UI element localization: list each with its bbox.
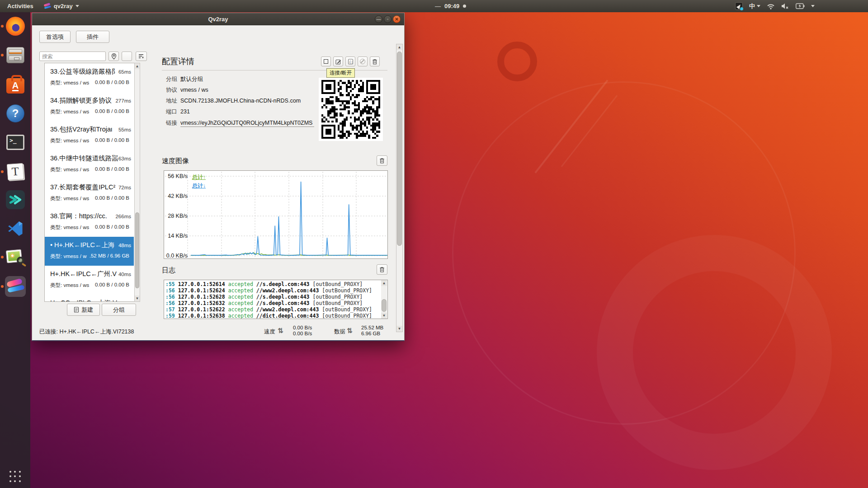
window-titlebar[interactable]: Qv2ray — ▫ ✕: [32, 13, 404, 25]
server-list-item[interactable]: 35.包括V2ray和Trojaι55ms类型: vmess / ws0.00 …: [45, 121, 134, 150]
ime-menu[interactable]: 中: [749, 2, 760, 10]
dock-item-screenshot-tool[interactable]: [5, 247, 26, 267]
running-indicator-dot: [1, 256, 4, 258]
edit-json-button[interactable]: {;}: [345, 56, 355, 66]
main-scrollbar[interactable]: ▲ ▼: [396, 44, 403, 332]
log-scrollbar[interactable]: ▲ ▼: [381, 280, 387, 319]
delete-config-button[interactable]: [370, 56, 380, 66]
server-ping: 72ms: [118, 185, 131, 190]
running-indicator-dot: [1, 170, 4, 173]
server-list-item[interactable]: 36.中继中转隧道线路噐63ms类型: vmess / ws0.00 B / 0…: [45, 150, 134, 179]
config-details-title: 配置详情: [162, 56, 194, 67]
speed-down-value: 0.00 B/s: [293, 331, 312, 337]
server-list-item[interactable]: 38.官网：https://cc.266ms类型: vmess / ws0.00…: [45, 208, 134, 237]
ubuntu-software-icon: A: [6, 78, 24, 94]
tab-plugins[interactable]: 插件: [76, 31, 109, 43]
log-title: 日志: [162, 266, 175, 275]
scrollbar-thumb[interactable]: [382, 299, 387, 312]
system-menu-chevron-icon[interactable]: [811, 5, 815, 7]
scroll-up-arrow-icon[interactable]: ▲: [396, 44, 402, 50]
edit-config-button[interactable]: [333, 56, 343, 66]
config-field-2: 协议vmess / ws: [166, 86, 208, 94]
dock-item-vscode[interactable]: [5, 218, 26, 239]
clear-graph-button[interactable]: [377, 155, 387, 166]
scroll-down-arrow-icon[interactable]: ▼: [135, 296, 140, 301]
wallpaper-ring-decoration: [497, 42, 537, 81]
field-value: 默认分组: [180, 75, 203, 83]
show-applications-button[interactable]: [9, 471, 21, 483]
maximize-button[interactable]: ▫: [384, 15, 392, 23]
connect-disconnect-tooltip: 连接/断开: [326, 68, 355, 78]
dock-item-text-editor[interactable]: T: [5, 161, 26, 182]
dock: A?>_T: [0, 12, 30, 488]
app-menu[interactable]: qv2ray: [43, 3, 79, 9]
window-title: Qv2ray: [208, 16, 228, 23]
server-data-usage: 0.00 B / 0.00 B: [95, 224, 129, 231]
sort-descending-icon: [138, 53, 145, 59]
server-list-item[interactable]: 34.捐贈解锁更多协议277ms类型: vmess / ws0.00 B / 0…: [45, 92, 134, 121]
teal-arrows-app-icon: [6, 190, 25, 209]
activities-button[interactable]: Activities: [7, 3, 33, 9]
dock-item-ubuntu-software[interactable]: A: [5, 74, 26, 95]
dock-item-terminal[interactable]: >_: [5, 132, 26, 153]
screenshot-tool-icon: [6, 249, 24, 265]
chevron-down-icon: [757, 5, 760, 7]
log-output[interactable]: :55 127.0.0.1:52614 accepted //s.deepl.c…: [164, 280, 388, 319]
scroll-up-arrow-icon[interactable]: ▲: [135, 63, 140, 69]
dock-item-help[interactable]: ?: [5, 103, 26, 124]
field-value: 231: [180, 108, 190, 115]
clear-log-button[interactable]: [377, 264, 387, 275]
json-braces-icon: {;}: [348, 59, 354, 65]
server-list-item[interactable]: H+.HK←IPLC←广州.V40ms类型: vmess / ws0.00 B …: [45, 266, 134, 295]
clock-menu[interactable]: — 09:49: [435, 0, 466, 12]
field-value: SCDN.72138.JMOFLH.China-nCDN-nRDS.com: [180, 98, 301, 104]
log-line: :59 127.0.0.1:52638 accepted //dict.deep…: [165, 313, 387, 319]
stop-square-icon: [324, 59, 328, 64]
new-server-button[interactable]: 新建: [67, 304, 100, 316]
minimize-button[interactable]: —: [375, 15, 382, 23]
scrollbar-thumb[interactable]: [397, 52, 402, 246]
server-type: 类型: vmess / ws: [50, 108, 89, 115]
connect-disconnect-button[interactable]: [321, 56, 331, 66]
server-ping: 48ms: [118, 243, 131, 248]
scrollbar-thumb[interactable]: [135, 212, 139, 288]
config-field-5: 链接vmess://eyJhZGQiOiJTQ0ROLjcyMTM4LkpNT0…: [166, 119, 314, 127]
dock-item-teal-arrows-app[interactable]: [5, 189, 26, 210]
server-list-item[interactable]: H+.CC←IPLC←上海.V: [45, 295, 134, 302]
server-list-item[interactable]: 37.长期套餐覆盖IPLC²72ms类型: vmess / ws0.00 B /…: [45, 179, 134, 208]
blank-button[interactable]: [122, 52, 132, 61]
notification-dot-icon: [463, 5, 466, 8]
dock-item-firefox[interactable]: [5, 16, 26, 37]
legend-item-upload[interactable]: 总计↓: [192, 182, 206, 190]
server-type: 类型: vmess / ws: [50, 166, 89, 173]
share-link-field[interactable]: vmess://eyJhZGQiOiJTQ0ROLjcyMTM4LkpNT0ZM…: [180, 120, 314, 127]
close-button[interactable]: ✕: [393, 15, 401, 23]
forbidden-circle-icon: [360, 59, 365, 64]
dock-item-qv2ray[interactable]: [5, 276, 26, 297]
group-button[interactable]: 分组: [102, 304, 136, 316]
search-input[interactable]: [39, 52, 106, 61]
server-data-usage: 0.00 B / 0.00 B: [95, 80, 129, 86]
server-ping: 266ms: [115, 214, 131, 219]
server-list-scrollbar[interactable]: ▲ ▼: [134, 63, 140, 302]
sort-button[interactable]: [136, 52, 147, 61]
legend-item-download[interactable]: 总计↑: [192, 174, 206, 181]
tab-preferences[interactable]: 首选项: [39, 31, 71, 43]
firefox-icon: [6, 17, 25, 36]
speed-status-label: 速度: [264, 328, 275, 336]
input-method-icon[interactable]: [735, 2, 743, 10]
scroll-down-arrow-icon[interactable]: ▼: [396, 326, 402, 332]
server-list-item-selected[interactable]: • H+.HK←IPLC←上海48ms类型: vmess / w.52 MB /…: [45, 237, 134, 266]
battery-charging-icon: [796, 3, 805, 9]
scroll-up-arrow-icon[interactable]: ▲: [381, 280, 387, 286]
up-down-arrows-icon: ⇅: [278, 327, 283, 335]
server-list-item[interactable]: 33.公益等级線路嚴格阝65ms类型: vmess / ws0.00 B / 0…: [45, 63, 134, 92]
server-list[interactable]: 33.公益等级線路嚴格阝65ms类型: vmess / ws0.00 B / 0…: [44, 63, 140, 302]
clock-label: 09:49: [444, 3, 459, 9]
location-pin-button[interactable]: [108, 52, 119, 61]
server-ping: 55ms: [118, 127, 131, 132]
dock-item-file-manager[interactable]: [5, 45, 26, 66]
latency-test-button-disabled: [358, 56, 368, 66]
scroll-down-arrow-icon[interactable]: ▼: [381, 313, 387, 319]
help-icon: ?: [6, 104, 24, 122]
